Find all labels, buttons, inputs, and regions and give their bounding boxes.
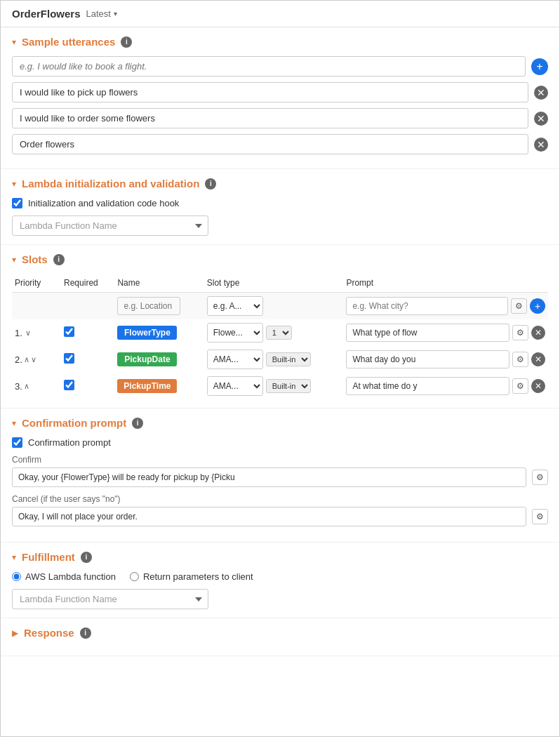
- utterance-row: ✕: [12, 108, 548, 128]
- slot-2-required-checkbox[interactable]: [64, 353, 74, 364]
- new-slot-gear-button[interactable]: ⚙: [511, 298, 527, 314]
- lambda-function-dropdown[interactable]: Lambda Function Name: [12, 215, 208, 236]
- slot-2-prompt-cell: ⚙ ✕: [343, 346, 548, 373]
- confirmation-collapse-icon: ▾: [12, 418, 16, 428]
- slot-3-gear-button[interactable]: ⚙: [512, 378, 528, 394]
- slot-3-type-dropdown[interactable]: AMA...: [207, 376, 263, 396]
- add-slot-button[interactable]: +: [530, 298, 545, 314]
- slot-2-type-cell: AMA... Built-in: [204, 346, 344, 373]
- response-title: Response: [24, 627, 74, 639]
- confirmation-prompt-title: Confirmation prompt: [22, 417, 126, 429]
- fulfillment-header[interactable]: ▾ Fulfillment i: [12, 551, 548, 563]
- add-utterance-button[interactable]: +: [531, 58, 548, 75]
- sample-utterances-info-icon: i: [121, 36, 132, 48]
- fulfillment-info-icon: i: [81, 552, 92, 563]
- slot-3-up-arrow-icon[interactable]: ∧: [24, 382, 29, 391]
- remove-utterance-3-button[interactable]: ✕: [534, 138, 548, 152]
- sample-utterances-title: Sample utterances: [22, 36, 115, 48]
- confirmation-checkbox-label: Confirmation prompt: [28, 437, 111, 448]
- slot-1-version-dropdown[interactable]: 1: [266, 326, 292, 340]
- confirmation-prompt-header[interactable]: ▾ Confirmation prompt i: [12, 417, 548, 429]
- lambda-checkbox[interactable]: [12, 198, 22, 208]
- slot-1-required-cell: [61, 319, 114, 346]
- slot-3-prompt-input[interactable]: [346, 377, 509, 395]
- slots-header-row: Priority Required Name Slot type Prompt: [12, 274, 548, 293]
- lambda-header[interactable]: ▾ Lambda initialization and validation i: [12, 178, 548, 190]
- remove-utterance-1-button[interactable]: ✕: [534, 86, 548, 100]
- confirmation-checkbox[interactable]: [12, 437, 22, 448]
- slot-2-priority-label: 2.: [15, 354, 22, 365]
- slot-3-version-dropdown[interactable]: Built-in: [266, 379, 311, 393]
- new-slot-row: e.g. A... ⚙ +: [12, 293, 548, 320]
- slot-1-name-badge[interactable]: FlowerType: [117, 326, 177, 340]
- slot-2-prompt-input[interactable]: [346, 350, 509, 368]
- fulfillment-params-radio[interactable]: [130, 572, 139, 581]
- slot-2-required-cell: [61, 346, 114, 373]
- slot-1-type-dropdown[interactable]: Flowe...: [207, 323, 263, 343]
- slot-1-gear-button[interactable]: ⚙: [512, 325, 528, 340]
- slot-2-version-dropdown[interactable]: Built-in: [266, 352, 311, 366]
- utterance-row: ✕: [12, 82, 548, 102]
- slot-2-down-arrow-icon[interactable]: ∨: [31, 355, 36, 364]
- new-utterance-input[interactable]: [12, 56, 526, 77]
- confirm-input-row: ⚙: [12, 467, 548, 487]
- slot-3-required-cell: [61, 373, 114, 399]
- slot-2-name-cell: PickupDate: [114, 346, 204, 373]
- confirm-label: Confirm: [12, 455, 548, 465]
- slot-row-3: 3. ∧ PickupTime AMA... B: [12, 373, 548, 399]
- confirmation-prompt-section: ▾ Confirmation prompt i Confirmation pro…: [1, 409, 559, 543]
- slot-2-gear-button[interactable]: ⚙: [512, 352, 528, 367]
- cancel-gear-button[interactable]: ⚙: [532, 509, 548, 524]
- slot-2-remove-button[interactable]: ✕: [531, 352, 545, 366]
- fulfillment-lambda-radio[interactable]: [12, 572, 21, 581]
- slots-header[interactable]: ▾ Slots i: [12, 253, 548, 265]
- slot-3-name-cell: PickupTime: [114, 373, 204, 399]
- lambda-collapse-icon: ▾: [12, 179, 16, 189]
- remove-utterance-2-button[interactable]: ✕: [534, 112, 548, 126]
- slot-row-2: 2. ∧ ∨ PickupDate AMA...: [12, 346, 548, 373]
- confirm-gear-button[interactable]: ⚙: [532, 470, 548, 485]
- slot-1-remove-button[interactable]: ✕: [531, 326, 545, 340]
- slots-info-icon: i: [53, 254, 65, 265]
- slot-3-type-cell: AMA... Built-in: [204, 373, 344, 399]
- slot-2-name-badge[interactable]: PickupDate: [117, 352, 177, 366]
- lambda-checkbox-row: Initialization and validation code hook: [12, 198, 548, 208]
- lambda-section: ▾ Lambda initialization and validation i…: [1, 169, 559, 245]
- new-slot-name-input[interactable]: [117, 297, 180, 315]
- fulfillment-params-option[interactable]: Return parameters to client: [130, 571, 253, 582]
- new-slot-prompt-cell: ⚙ +: [343, 293, 548, 320]
- utterance-input-1[interactable]: [12, 82, 528, 102]
- slot-3-required-checkbox[interactable]: [64, 380, 74, 390]
- utterance-input-2[interactable]: [12, 108, 528, 128]
- fulfillment-collapse-icon: ▾: [12, 552, 16, 562]
- fulfillment-lambda-option[interactable]: AWS Lambda function: [12, 571, 116, 582]
- new-slot-prompt-input[interactable]: [346, 297, 508, 315]
- version-selector[interactable]: Latest ▾: [86, 8, 117, 19]
- slot-1-down-arrow-icon[interactable]: ∨: [25, 328, 31, 338]
- slot-2-type-dropdown[interactable]: AMA...: [207, 350, 263, 369]
- slot-3-name-badge[interactable]: PickupTime: [117, 379, 177, 393]
- lambda-checkbox-label: Initialization and validation code hook: [28, 198, 179, 208]
- col-slottype: Slot type: [204, 274, 344, 293]
- sample-utterances-header[interactable]: ▾ Sample utterances i: [12, 36, 548, 48]
- version-chevron-icon: ▾: [114, 10, 117, 18]
- new-slot-required: [61, 293, 114, 320]
- slot-1-required-checkbox[interactable]: [64, 326, 74, 337]
- cancel-input-row: ⚙: [12, 507, 548, 526]
- col-priority: Priority: [12, 274, 61, 293]
- new-slot-type-dropdown[interactable]: e.g. A...: [207, 296, 263, 316]
- cancel-section: Cancel (if the user says "no") ⚙: [12, 494, 548, 526]
- slot-1-prompt-input[interactable]: [346, 324, 509, 342]
- slot-2-up-arrow-icon[interactable]: ∧: [24, 355, 29, 364]
- response-header[interactable]: ▶ Response i: [12, 627, 548, 639]
- response-section: ▶ Response i: [1, 618, 559, 656]
- response-info-icon: i: [80, 628, 91, 639]
- confirmation-info-icon: i: [132, 418, 143, 429]
- cancel-input[interactable]: [12, 507, 526, 526]
- confirm-input[interactable]: [12, 467, 526, 487]
- col-required: Required: [61, 274, 114, 293]
- confirm-section: Confirm ⚙: [12, 455, 548, 487]
- utterance-input-3[interactable]: [12, 134, 528, 154]
- fulfillment-function-dropdown[interactable]: Lambda Function Name: [12, 589, 208, 609]
- slot-3-remove-button[interactable]: ✕: [531, 379, 545, 393]
